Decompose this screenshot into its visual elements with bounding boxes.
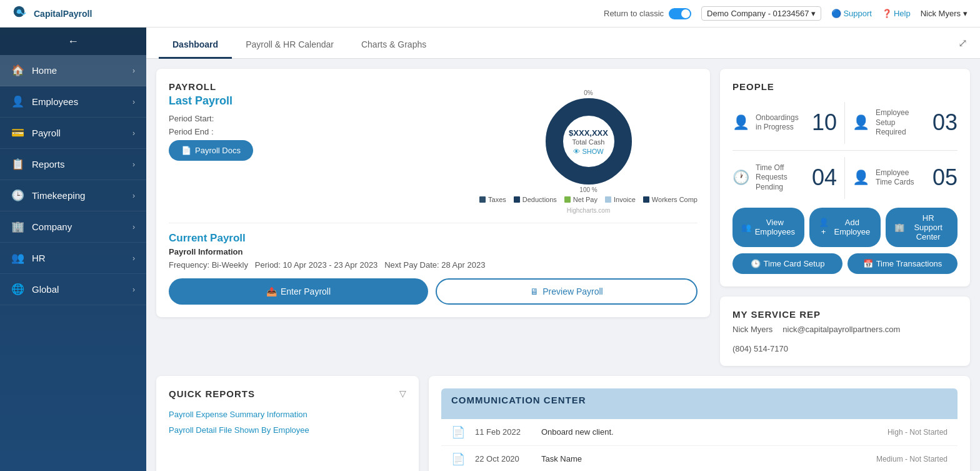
comm-doc-icon: 📄 [451,425,465,439]
sidebar-item-reports[interactable]: 📋 Reports › [0,149,146,180]
report-link-1[interactable]: Payroll Expense Summary Information [169,407,406,422]
tab-dashboard[interactable]: Dashboard [159,32,232,59]
comm-doc-icon-2: 📄 [451,452,465,466]
help-label: Help [894,9,911,18]
preview-payroll-button[interactable]: 🖥 Preview Payroll [436,278,698,305]
filter-icon[interactable]: ▽ [399,388,406,398]
global-icon: 🌐 [11,283,24,296]
expand-icon[interactable]: ⤢ [958,36,968,50]
donut-chart: 0% $XXX,XXX Total Cash [542,94,636,188]
classic-toggle[interactable] [669,8,691,19]
payroll-icon: 💳 [11,126,24,139]
service-rep-title: MY SERVICE REP [732,309,958,320]
chevron-right-icon: › [132,129,135,138]
enter-payroll-button[interactable]: 📤 Enter Payroll [169,278,428,305]
quick-reports-title: QUICK REPORTS [169,388,255,399]
sidebar-item-label: Home [32,65,57,76]
payroll-docs-icon: 📄 [181,146,191,155]
service-rep-phone: (804) 514-7170 [732,344,788,353]
left-column: PAYROLL Last Payroll Period Start: Perio… [156,69,710,366]
current-payroll-title: Current Payroll [169,232,698,245]
tab-payroll-hr-calendar[interactable]: Payroll & HR Calendar [232,32,348,59]
payroll-card: PAYROLL Last Payroll Period Start: Perio… [156,69,710,317]
reports-icon: 📋 [11,158,24,171]
return-classic: Return to classic [604,8,691,19]
support-icon: 🔵 [831,9,841,18]
comm-task-2: Task Name [541,454,866,463]
sidebar-item-label: Employees [32,96,78,107]
logo-icon [12,5,30,23]
people-action-buttons-row2: 🕒 Time Card Setup 📅 Time Transactions [732,253,958,274]
chevron-right-icon: › [132,160,135,169]
payroll-action-buttons: 📤 Enter Payroll 🖥 Preview Payroll [169,278,698,305]
donut-pct-bot: 100 % [579,186,597,193]
sidebar-item-timekeeping[interactable]: 🕒 Timekeeping › [0,180,146,211]
employees-icon: 👤 [11,95,24,108]
sidebar-item-payroll[interactable]: 💳 Payroll › [0,118,146,149]
sidebar-item-hr[interactable]: 👥 HR › [0,243,146,274]
people-title: PEOPLE [732,81,958,92]
sidebar-item-employees[interactable]: 👤 Employees › [0,86,146,118]
tabs-bar: Dashboard Payroll & HR Calendar Charts &… [146,28,980,59]
hr-support-button[interactable]: 🏢 HR Support Center [886,208,958,247]
legend-taxes: Taxes [479,196,506,203]
legend-deductions: Deductions [514,196,557,203]
legend-invoice: Invoice [605,196,636,203]
company-selector[interactable]: Demo Company - 01234567 ▾ [701,6,821,21]
return-classic-label: Return to classic [604,9,664,18]
comm-status-2: Medium - Not Started [876,455,948,463]
add-employee-icon: 👤+ [818,218,829,236]
sidebar-item-label: HR [32,253,46,263]
period-end: Period End : [169,127,467,136]
communication-center-card: COMMUNICATION CENTER 📄 11 Feb 2022 Onboa… [429,376,970,471]
help-link[interactable]: ❓ Help [882,9,911,18]
sidebar-item-company[interactable]: 🏢 Company › [0,211,146,243]
sidebar-item-global[interactable]: 🌐 Global › [0,274,146,305]
home-icon: 🏠 [11,64,24,77]
add-employee-button[interactable]: 👤+ Add Employee [809,208,881,247]
right-column: PEOPLE 👤 Onboardings in Progress 10 👤 Em… [720,69,970,366]
highcharts-credit: Highcharts.com [567,207,610,214]
company-icon: 🏢 [11,220,24,233]
comm-center-body: 📄 11 Feb 2022 Onboard new client. High -… [441,419,958,471]
comm-center-header: COMMUNICATION CENTER [441,388,958,419]
timekeeping-icon: 🕒 [11,189,24,202]
time-transactions-button[interactable]: 📅 Time Transactions [848,253,958,274]
people-stat-onboardings: 👤 Onboardings in Progress 10 [732,102,845,144]
enter-payroll-icon: 📤 [266,286,277,296]
sidebar-item-label: Company [32,221,72,232]
preview-payroll-icon: 🖥 [530,286,539,296]
legend-workers-comp: Workers Comp [643,196,698,203]
comm-center-title: COMMUNICATION CENTER [451,395,948,405]
payroll-docs-button[interactable]: 📄 Payroll Docs [169,140,253,161]
view-employees-icon: 👥 [741,223,751,232]
setup-icon: 👤 [852,114,869,131]
sidebar-item-label: Payroll [32,128,61,138]
sidebar-back-button[interactable]: ← [0,28,146,55]
sidebar: ← 🏠 Home › 👤 Employees › 💳 Payroll › 📋 [0,28,146,471]
topbar: CapitalPayroll Return to classic Demo Co… [0,0,980,28]
report-link-2[interactable]: Payroll Detail File Shown By Employee [169,422,406,438]
sidebar-item-home[interactable]: 🏠 Home › [0,55,146,86]
people-stat-timecards: 👤 Employee Time Cards 05 [845,157,958,199]
chevron-down-icon: ▾ [811,9,816,18]
tab-charts-graphs[interactable]: Charts & Graphs [348,32,440,59]
user-menu[interactable]: Nick Myers ▾ [921,9,968,18]
user-name: Nick Myers [921,9,961,18]
comm-row-1: 📄 11 Feb 2022 Onboard new client. High -… [441,419,958,446]
bottom-row: QUICK REPORTS ▽ Payroll Expense Summary … [146,376,980,471]
view-employees-button[interactable]: 👥 View Employees [732,208,804,247]
people-stat-timeoff: 🕐 Time Off Requests Pending 04 [732,157,845,199]
comm-status-1: High - Not Started [888,428,948,437]
hr-support-icon: 🏢 [894,223,904,232]
chevron-right-icon: › [132,285,135,294]
timecard-icon: 👤 [852,170,869,186]
dashboard-content: PAYROLL Last Payroll Period Start: Perio… [146,59,980,376]
logo: CapitalPayroll [12,5,92,23]
timeoff-icon: 🕐 [732,170,749,186]
show-link[interactable]: 👁 SHOW [569,148,608,155]
time-card-setup-button[interactable]: 🕒 Time Card Setup [732,253,842,274]
help-icon: ❓ [882,9,892,18]
chevron-right-icon: › [132,98,135,106]
support-link[interactable]: 🔵 Support [831,9,872,18]
